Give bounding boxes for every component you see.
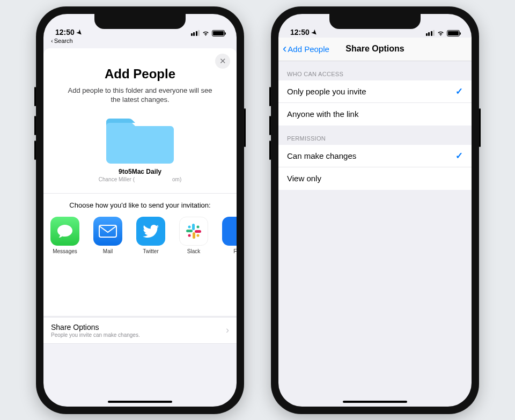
invite-label: Choose how you'd like to send your invit… [43, 194, 237, 217]
navbar: ‹ Add People Share Options [278, 38, 472, 61]
close-icon: ✕ [219, 56, 226, 66]
share-apps-row[interactable]: Messages Mail Twitter [43, 217, 237, 264]
back-search-label: Search [54, 38, 73, 44]
app-slack[interactable]: Slack [178, 217, 210, 254]
app-label: Fa [233, 248, 237, 254]
screen-left: 12:50➤ ‹ Search ✕ Add People Add people … [43, 14, 237, 407]
home-indicator[interactable] [108, 401, 172, 403]
access-list: Only people you invite ✓ Anyone with the… [278, 80, 472, 126]
screen-right: 12:50➤ ‹ Add People Share Options WHO CA… [278, 14, 472, 407]
share-options-row[interactable]: Share Options People you invite can make… [43, 317, 237, 344]
svg-rect-3 [193, 232, 195, 239]
app-label: Twitter [143, 248, 158, 254]
svg-point-7 [197, 234, 200, 237]
location-arrow-icon: ➤ [310, 28, 319, 37]
svg-point-8 [188, 234, 191, 237]
app-facebook-partial[interactable]: Fa [220, 217, 237, 254]
mail-icon [93, 217, 122, 246]
row-label: Only people you invite [287, 87, 366, 96]
svg-rect-2 [186, 230, 193, 232]
sheet-title: Add People [43, 48, 237, 82]
status-right [426, 30, 460, 36]
row-label: Can make changes [287, 151, 356, 160]
phone-left: 12:50➤ ‹ Search ✕ Add People Add people … [36, 6, 244, 414]
twitter-icon [136, 217, 165, 246]
notch [329, 14, 421, 29]
battery-icon [447, 30, 460, 36]
add-people-sheet: ✕ Add People Add people to this folder a… [43, 48, 237, 316]
folder-icon [106, 114, 174, 164]
app-label: Slack [187, 248, 200, 254]
svg-rect-0 [99, 225, 116, 237]
checkmark-icon: ✓ [455, 86, 463, 97]
back-label: Add People [288, 45, 329, 54]
wifi-icon [202, 30, 210, 36]
row-view-only[interactable]: View only [278, 167, 472, 190]
facebook-icon [222, 217, 237, 246]
status-time: 12:50➤ [55, 28, 82, 36]
share-options-subtitle: People you invite can make changes. [51, 332, 140, 338]
phone-right: 12:50➤ ‹ Add People Share Options WHO CA… [271, 6, 479, 414]
section-header-access: WHO CAN ACCESS [278, 61, 472, 80]
folder-name: 9to5Mac Daily [43, 168, 237, 175]
status-time: 12:50➤ [290, 28, 317, 36]
wifi-icon [437, 30, 445, 36]
close-button[interactable]: ✕ [215, 54, 230, 69]
share-options-title: Share Options [51, 323, 140, 331]
folder-owner: Chance Miller (om) [43, 176, 237, 182]
app-label: Mail [103, 248, 113, 254]
status-right [191, 30, 225, 36]
home-indicator[interactable] [343, 401, 407, 403]
navbar-title: Share Options [345, 44, 404, 54]
slack-icon [179, 217, 208, 246]
app-mail[interactable]: Mail [92, 217, 124, 254]
row-label: Anyone with the link [287, 109, 358, 119]
checkmark-icon: ✓ [455, 150, 463, 161]
location-arrow-icon: ➤ [75, 28, 84, 37]
messages-icon [50, 217, 79, 246]
row-only-invited[interactable]: Only people you invite ✓ [278, 80, 472, 103]
app-twitter[interactable]: Twitter [135, 217, 167, 254]
svg-rect-1 [192, 224, 195, 230]
row-anyone-link[interactable]: Anyone with the link [278, 103, 472, 126]
svg-rect-4 [195, 230, 201, 233]
row-label: View only [287, 174, 321, 183]
app-messages[interactable]: Messages [49, 217, 81, 254]
battery-icon [212, 30, 225, 36]
svg-point-5 [188, 225, 191, 228]
section-header-permission: PERMISSION [278, 126, 472, 145]
sheet-description: Add people to this folder and everyone w… [43, 82, 237, 112]
chevron-left-icon: ‹ [51, 38, 53, 44]
chevron-right-icon: › [226, 325, 229, 336]
notch [94, 14, 186, 29]
signal-icon [191, 30, 200, 36]
back-to-search[interactable]: ‹ Search [43, 38, 237, 46]
svg-point-6 [197, 225, 200, 228]
back-button[interactable]: ‹ Add People [283, 45, 329, 54]
app-label: Messages [53, 248, 77, 254]
signal-icon [426, 30, 435, 36]
row-make-changes[interactable]: Can make changes ✓ [278, 145, 472, 167]
permission-list: Can make changes ✓ View only [278, 145, 472, 190]
